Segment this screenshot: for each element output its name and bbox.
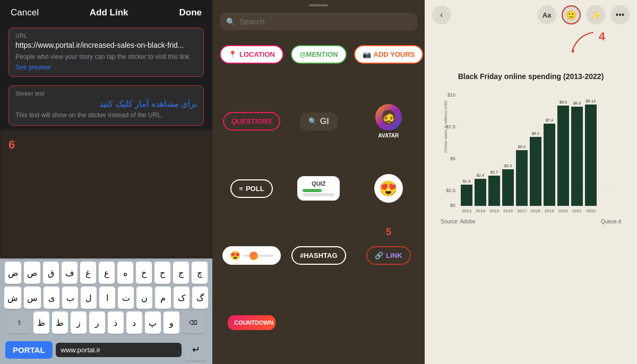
slider-badge[interactable]: 😍 xyxy=(222,246,281,265)
key-dal[interactable]: د xyxy=(126,311,142,334)
poll-badge[interactable]: ≡ POLL xyxy=(230,179,272,198)
pin-icon: 📍 xyxy=(228,50,237,58)
location-label: LOCATION xyxy=(239,50,275,58)
sticker-addyours[interactable]: 📷 ADD YOURS xyxy=(354,36,424,73)
sparkles-icon: ✨ xyxy=(590,10,601,20)
avatar-sticker[interactable]: 🧔 AVATAR xyxy=(375,104,402,138)
key-re[interactable]: ر xyxy=(89,311,105,334)
sticker-mention[interactable]: @MENTION xyxy=(291,36,347,73)
location-badge[interactable]: 📍 LOCATION xyxy=(220,45,283,64)
chart-title: Black Friday online spending (2013-2022) xyxy=(458,72,604,81)
bar-2022 xyxy=(585,105,597,206)
mention-label: @MENTION xyxy=(299,50,338,58)
key-zha[interactable]: ظ xyxy=(33,311,49,334)
key-shin[interactable]: ش xyxy=(4,287,21,309)
text-button[interactable]: Aa xyxy=(537,5,556,24)
more-button[interactable]: ••• xyxy=(610,5,630,24)
key-vav[interactable]: و xyxy=(163,311,179,334)
key-qaf[interactable]: ق xyxy=(43,262,59,284)
countdown-badge[interactable]: COUNTDOWN xyxy=(228,315,276,330)
questions-badge[interactable]: QUESTIONS xyxy=(223,112,281,131)
key-sad[interactable]: ص xyxy=(24,262,40,284)
key-ghain[interactable]: غ xyxy=(80,262,96,284)
key-lam[interactable]: ل xyxy=(81,287,97,309)
key-ye[interactable]: ی xyxy=(44,287,59,309)
slider-thumb xyxy=(249,252,258,260)
bar-2015 xyxy=(488,176,500,206)
link-label: LINK xyxy=(386,252,402,259)
sticker-countdown[interactable]: COUNTDOWN xyxy=(220,304,283,341)
svg-text:$5.0: $5.0 xyxy=(518,144,526,149)
sticker-gif[interactable]: 🔍 GI xyxy=(291,103,347,140)
key-ta[interactable]: ط xyxy=(52,311,68,334)
addyours-badge[interactable]: 📷 ADD YOURS xyxy=(354,45,424,64)
key-te[interactable]: ت xyxy=(118,287,134,309)
key-sin[interactable]: س xyxy=(24,287,41,309)
key-zal[interactable]: ذ xyxy=(108,311,124,334)
step-6-label: 6 xyxy=(8,138,15,152)
key-fa[interactable]: ف xyxy=(62,262,78,284)
key-pe[interactable]: پ xyxy=(145,311,161,334)
svg-text:$3.3: $3.3 xyxy=(504,163,512,168)
key-gaf[interactable]: گ xyxy=(192,287,208,309)
emoji-face-badge[interactable]: 😍 xyxy=(374,174,403,203)
sticker-picker-panel: 🔍 📍 LOCATION @MENTION 📷 ADD YOURS QUESTI… xyxy=(212,0,425,364)
gif-badge[interactable]: 🔍 GI xyxy=(300,112,338,131)
svg-text:$2.4: $2.4 xyxy=(477,173,485,178)
key-nun[interactable]: ن xyxy=(136,287,152,309)
sticker-location[interactable]: 📍 LOCATION xyxy=(220,36,283,73)
portal-button[interactable]: PORTAL xyxy=(5,341,53,359)
keyboard-bottom-bar: PORTAL www.portal.ir ↵ xyxy=(2,336,210,362)
svg-text:Online sales in billions USD: Online sales in billions USD xyxy=(443,101,448,153)
key-he[interactable]: ه xyxy=(117,262,133,284)
svg-text:2015: 2015 xyxy=(489,209,499,213)
see-preview-link[interactable]: See preview xyxy=(15,64,197,71)
url-display: www.portal.ir xyxy=(56,343,182,357)
arrow-svg xyxy=(567,30,599,56)
search-bar[interactable]: 🔍 xyxy=(220,13,417,30)
quiz-badge[interactable]: QUIZ xyxy=(297,176,340,201)
key-dad[interactable]: ض xyxy=(5,262,21,284)
key-khe[interactable]: خ xyxy=(136,262,152,284)
panel1-header: Cancel Add Link Done xyxy=(0,0,212,23)
url-label: URL xyxy=(15,32,197,39)
slider-track xyxy=(244,255,273,257)
sticker-quiz[interactable]: QUIZ xyxy=(291,170,347,207)
done-button[interactable]: Done xyxy=(179,7,202,18)
sticker-emoji-reaction[interactable]: 😍 xyxy=(354,170,424,207)
sticker-link[interactable]: 🔗 LINK xyxy=(366,246,410,265)
bar-2014 xyxy=(475,179,486,206)
key-mim[interactable]: م xyxy=(155,287,171,309)
sticker-questions[interactable]: QUESTIONS xyxy=(220,103,283,140)
key-he2[interactable]: ح xyxy=(154,262,170,284)
sticker-slider[interactable]: 😍 xyxy=(220,237,283,274)
keyboard-row-1: ض ص ق ف غ ع ه خ ح ج چ xyxy=(2,262,210,284)
sticker-avatar[interactable]: 🧔 AVATAR xyxy=(354,103,424,140)
sticker-poll[interactable]: ≡ POLL xyxy=(220,170,283,207)
bar-2016 xyxy=(502,169,514,206)
step-5-label: 5 xyxy=(386,227,391,238)
key-delete[interactable]: ⌫ xyxy=(182,311,204,334)
cancel-button[interactable]: Cancel xyxy=(11,7,39,18)
key-alef[interactable]: ا xyxy=(99,287,115,309)
effects-button[interactable]: ✨ xyxy=(586,5,605,24)
back-button[interactable]: ‹ xyxy=(432,5,451,24)
key-che[interactable]: چ xyxy=(192,262,208,284)
key-ze[interactable]: ز xyxy=(71,311,87,334)
smiley-icon: 🙂 xyxy=(566,10,576,20)
mention-badge[interactable]: @MENTION xyxy=(291,45,347,64)
key-jim[interactable]: ج xyxy=(173,262,189,284)
key-ain[interactable]: ع xyxy=(99,262,115,284)
svg-text:$8.9: $8.9 xyxy=(573,101,581,106)
sticker-button[interactable]: 🙂 xyxy=(562,5,581,24)
key-return[interactable]: ↵ xyxy=(185,339,207,361)
hashtag-badge[interactable]: #HASHTAG xyxy=(291,246,346,265)
svg-text:$5: $5 xyxy=(450,156,455,161)
key-shift[interactable]: ⇧ xyxy=(8,311,31,334)
key-kaf[interactable]: ک xyxy=(174,287,190,309)
svg-text:$2.5: $2.5 xyxy=(446,188,455,193)
search-input[interactable] xyxy=(239,17,411,26)
key-be[interactable]: ب xyxy=(62,287,78,309)
svg-text:$9.12: $9.12 xyxy=(586,99,596,103)
sticker-hashtag[interactable]: #HASHTAG xyxy=(291,237,347,274)
